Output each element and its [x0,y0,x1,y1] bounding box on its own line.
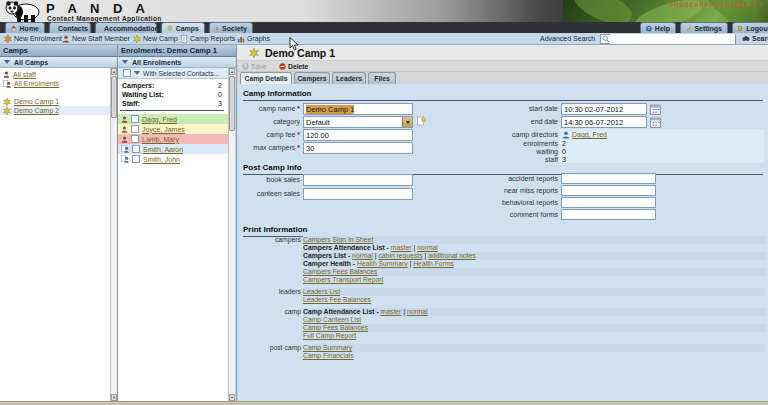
camps-list: All staff All Enrolments Demo Camp 1 Dem… [0,68,110,401]
tab-society[interactable]: Society [209,22,253,33]
save-button[interactable]: Save [242,61,267,71]
tab-help[interactable]: ? Help [640,22,676,33]
print-link-row: Campers List - normal | cabin requests |… [303,252,765,260]
print-link-row: Camp Summary [303,344,765,352]
print-link-row: Campers Transport Report [303,276,765,284]
waiting-value: 0 [562,148,566,155]
add-category-icon[interactable] [417,116,426,126]
camp-details-form: Camp Information camp name * Demo Camp 1… [237,84,768,401]
select-all-checkbox[interactable] [123,69,131,77]
print-group-label: leaders [241,288,301,295]
print-link-row: Leaders List [303,288,765,296]
near-miss-reports-input[interactable] [561,185,656,196]
row-checkbox[interactable] [131,125,139,133]
app-subtitle: Contact Management Application [47,15,162,22]
start-date-input[interactable] [561,103,647,115]
print-link-row: Leaders Fee Balances [303,296,765,304]
staff-person-icon [3,71,10,78]
enrolment-row[interactable]: Smith, John [118,154,228,164]
canteen-sales-label: canteen sales [210,190,300,197]
camp-director-link[interactable]: Dagg, Fred [572,131,607,138]
chevron-down-icon[interactable] [134,71,140,75]
select-dropdown-button[interactable] [402,117,412,127]
window-bottom-edge [0,401,768,405]
print-link-row: Camp Attendance List - master | normal [303,308,765,316]
binoculars-icon [742,35,750,42]
main-action-band: Save Delete [237,61,768,72]
camp-fee-input[interactable] [303,129,413,141]
tab-logout[interactable]: Logout [732,22,768,33]
category-select[interactable]: Default [303,116,413,128]
divider [120,110,224,111]
max-campers-input[interactable] [303,142,413,154]
search-button[interactable]: Search [742,33,768,44]
print-link-row: Camp Financials [303,352,765,360]
page-title: Demo Camp 1 [265,47,335,59]
delete-button[interactable]: Delete [279,61,308,71]
new-staff-member-button[interactable]: New Staff Member [62,33,130,44]
camps-filter-dropdown[interactable]: All Camps [0,57,118,68]
camp-reports-button[interactable]: Camp Reports [180,33,235,44]
tab-campers[interactable]: Campers [294,72,330,84]
camp-icon [3,107,11,115]
required-asterisk: * [297,131,300,138]
tab-settings[interactable]: Settings [680,22,728,33]
advanced-search-input[interactable] [610,34,735,44]
mouse-cursor [289,37,299,51]
new-enrolment-button[interactable]: New Enrolment [4,33,62,44]
enrolments-list: Campers: 2 Waiting List: 0 Staff: 3 Dagg… [118,79,228,401]
tab-camp-details[interactable]: Camp Details [240,72,292,84]
waiting-label: waiting [468,148,558,155]
tab-camps[interactable]: Camps [161,22,205,33]
canteen-sales-input[interactable] [303,188,413,200]
list-item-demo-camp-1[interactable]: Demo Camp 1 [0,97,110,106]
action-toolbar: New Enrolment New Staff Member New Camp … [0,33,768,45]
row-checkbox[interactable] [131,115,139,123]
person-icon [121,116,128,123]
tab-home[interactable]: Home [5,22,45,33]
tab-accommodation[interactable]: Accommodation [95,22,157,33]
chevron-down-icon [406,121,410,124]
scroll-down-arrow[interactable]: ▼ [229,394,235,401]
person-icon [121,126,128,133]
person-icon [121,136,128,143]
enrolments-filter-dropdown[interactable]: All Enrolments [118,57,236,68]
list-item-all-staff[interactable]: All staff [0,70,110,79]
row-checkbox[interactable] [131,135,139,143]
version-text: PODOCARPUS TOTARA 1.7 [670,2,763,8]
comment-forms-input[interactable] [561,209,656,220]
tab-files[interactable]: Files [368,72,396,84]
behavioral-reports-input[interactable] [561,197,656,208]
behavioral-reports-label: behavioral reports [468,199,558,206]
enrolment-page-person-icon [3,80,11,88]
delete-icon [279,63,286,70]
row-checkbox[interactable] [132,145,140,153]
graphs-button[interactable]: Graphs [237,33,270,44]
tab-leaders[interactable]: Leaders [332,72,366,84]
calendar-icon[interactable] [650,117,661,128]
calendar-icon[interactable] [650,104,661,115]
row-checkbox[interactable] [132,155,140,163]
home-icon [11,24,17,33]
app-title: P A N D A [46,1,150,16]
scroll-up-arrow[interactable]: ▲ [229,68,235,75]
camps-scrollbar[interactable]: ▲ ▼ [110,68,117,401]
foliage-photo: PODOCARPUS TOTARA 1.7 [563,0,768,22]
tab-contacts[interactable]: Contacts [49,22,91,33]
print-link-row: Full Camp Report [303,332,765,340]
camp-name-input[interactable]: Demo Camp 1 [303,103,413,115]
end-date-input[interactable] [561,116,647,128]
list-item-demo-camp-2[interactable]: Demo Camp 2 [0,106,110,115]
section-heading-camp-information: Camp Information [243,89,763,101]
book-sales-input[interactable] [303,174,413,186]
bulk-action-label[interactable]: With Selected Contacts... [143,70,219,77]
list-item-all-enrolments[interactable]: All Enrolments [0,79,110,88]
enrolment-page-person-icon [121,155,129,163]
staff-label: staff [468,156,558,163]
society-icon [215,24,219,33]
camp-name-label: camp name * [210,105,300,112]
advanced-search-box [600,34,736,44]
required-asterisk: * [297,144,300,151]
accident-reports-input[interactable] [561,173,656,184]
new-camp-button[interactable]: New Camp [133,33,178,44]
